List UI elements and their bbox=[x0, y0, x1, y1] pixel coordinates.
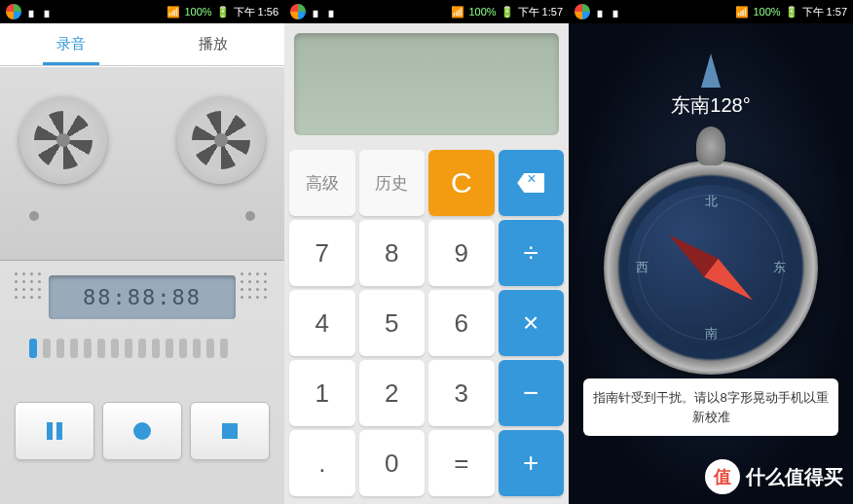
signal-strength: 100% bbox=[184, 6, 211, 18]
speaker-grille bbox=[241, 272, 270, 302]
wifi-icon: 📶 bbox=[451, 6, 464, 18]
statusbar: 📶100%🔋下午 1:57 bbox=[569, 0, 853, 23]
clock: 下午 1:57 bbox=[802, 5, 847, 19]
statusbar: 📶100%🔋下午 1:57 bbox=[284, 0, 569, 23]
battery-icon: 🔋 bbox=[501, 6, 514, 18]
keypad: 高级 历史 C 7 8 9 ÷ 4 5 6 × 1 2 3 − . 0 = + bbox=[284, 145, 569, 501]
clear-button[interactable]: C bbox=[428, 150, 495, 216]
android-icon bbox=[325, 6, 337, 18]
cardinal-south: 南 bbox=[705, 325, 718, 342]
compass-dial: 北 南 东 西 bbox=[604, 161, 818, 375]
level-meter bbox=[29, 339, 255, 358]
android-icon bbox=[41, 6, 53, 18]
key-4[interactable]: 4 bbox=[289, 290, 355, 356]
compass-needle bbox=[652, 219, 769, 317]
speaker-grille bbox=[15, 272, 44, 302]
tape-guide bbox=[245, 211, 255, 221]
app-icon bbox=[575, 4, 590, 19]
controls bbox=[0, 387, 284, 475]
cardinal-north: 北 bbox=[705, 193, 718, 210]
subtract-button[interactable]: − bbox=[499, 360, 565, 426]
wifi-icon: 📶 bbox=[735, 6, 749, 18]
record-button[interactable] bbox=[102, 402, 182, 460]
key-1[interactable]: 1 bbox=[289, 360, 355, 426]
key-9[interactable]: 9 bbox=[428, 220, 495, 286]
tape-guide bbox=[29, 211, 39, 221]
tab-record[interactable]: 录音 bbox=[0, 23, 142, 65]
backspace-button[interactable] bbox=[499, 150, 565, 216]
app-icon bbox=[290, 4, 306, 19]
pause-button[interactable] bbox=[15, 402, 94, 460]
compass-screen: 📶100%🔋下午 1:57 东南128° 北 南 东 西 指南针受到干扰。请以8… bbox=[569, 0, 853, 504]
needle-south bbox=[652, 219, 719, 277]
reel-left bbox=[19, 96, 107, 184]
key-7[interactable]: 7 bbox=[289, 220, 355, 286]
wifi-icon: 📶 bbox=[167, 6, 180, 18]
calibration-alert: 指南针受到干扰。请以8字形晃动手机以重新校准 bbox=[583, 378, 838, 436]
record-icon bbox=[133, 422, 151, 440]
key-dot[interactable]: . bbox=[289, 430, 355, 496]
android-icon bbox=[25, 6, 37, 18]
battery-icon: 🔋 bbox=[216, 6, 230, 18]
tab-play[interactable]: 播放 bbox=[142, 23, 284, 65]
cardinal-west: 西 bbox=[636, 259, 649, 276]
signal-strength: 100% bbox=[753, 6, 780, 18]
app-icon bbox=[6, 4, 21, 19]
watermark: 值 什么值得买 bbox=[705, 459, 843, 494]
key-2[interactable]: 2 bbox=[359, 360, 426, 426]
tape-deck bbox=[0, 66, 284, 261]
north-arrow-icon bbox=[701, 44, 721, 88]
cardinal-east: 东 bbox=[773, 259, 786, 276]
watermark-badge: 值 bbox=[705, 459, 740, 494]
multiply-button[interactable]: × bbox=[499, 290, 565, 356]
stop-icon bbox=[222, 423, 238, 439]
equals-button[interactable]: = bbox=[428, 430, 495, 496]
stop-button[interactable] bbox=[190, 402, 270, 460]
tabs: 录音 播放 bbox=[0, 23, 284, 66]
android-icon bbox=[310, 6, 321, 18]
heading-text: 东南128° bbox=[671, 92, 750, 119]
compass-crown bbox=[696, 126, 725, 165]
recorder-screen: 📶100%🔋下午 1:56 录音 播放 88:88:88 bbox=[0, 0, 284, 504]
reel-right bbox=[177, 96, 265, 184]
key-5[interactable]: 5 bbox=[359, 290, 426, 356]
calc-display bbox=[294, 33, 559, 135]
signal-strength: 100% bbox=[468, 6, 496, 18]
key-3[interactable]: 3 bbox=[428, 360, 495, 426]
backspace-icon bbox=[517, 173, 544, 193]
pause-icon bbox=[47, 422, 62, 440]
clock: 下午 1:57 bbox=[518, 5, 563, 19]
add-button[interactable]: + bbox=[499, 430, 565, 496]
key-6[interactable]: 6 bbox=[428, 290, 495, 356]
timer-display: 88:88:88 bbox=[49, 275, 236, 319]
clock: 下午 1:56 bbox=[234, 5, 278, 19]
key-8[interactable]: 8 bbox=[359, 220, 426, 286]
android-icon bbox=[594, 6, 606, 18]
calculator-screen: 📶100%🔋下午 1:57 高级 历史 C 7 8 9 ÷ 4 5 6 × 1 … bbox=[284, 0, 569, 504]
history-button[interactable]: 历史 bbox=[359, 150, 426, 216]
compass-face: 北 南 东 西 bbox=[628, 185, 794, 350]
divide-button[interactable]: ÷ bbox=[499, 220, 565, 286]
advanced-button[interactable]: 高级 bbox=[289, 150, 355, 216]
statusbar: 📶100%🔋下午 1:56 bbox=[0, 0, 284, 23]
battery-icon: 🔋 bbox=[785, 6, 798, 18]
watermark-text: 什么值得买 bbox=[746, 464, 843, 490]
key-0[interactable]: 0 bbox=[359, 430, 426, 496]
android-icon bbox=[610, 6, 621, 18]
needle-north bbox=[703, 258, 769, 316]
